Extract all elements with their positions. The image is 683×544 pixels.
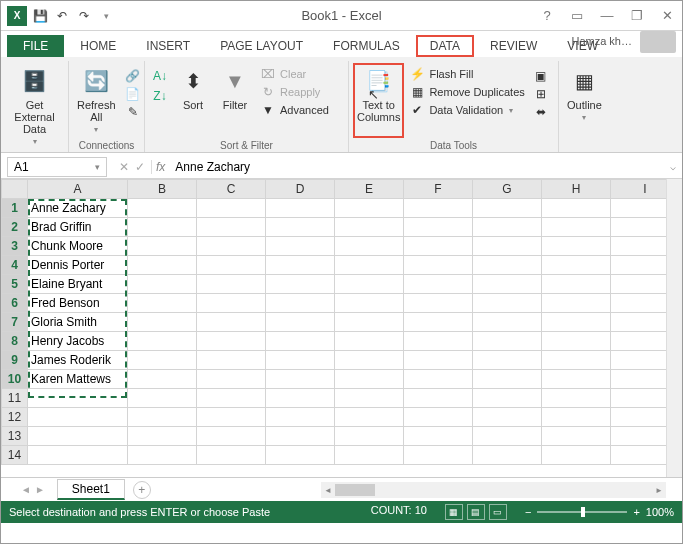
avatar[interactable] bbox=[640, 31, 676, 53]
cell-A3[interactable]: Chunk Moore bbox=[28, 237, 128, 256]
col-header-D[interactable]: D bbox=[266, 180, 335, 199]
data-validation-button[interactable]: ✔Data Validation▾ bbox=[406, 101, 527, 119]
close-icon[interactable]: ✕ bbox=[656, 8, 678, 23]
cell-F1[interactable] bbox=[404, 199, 473, 218]
connections-icon[interactable]: 🔗 bbox=[122, 67, 144, 85]
help-icon[interactable]: ? bbox=[536, 8, 558, 23]
cell-G14[interactable] bbox=[473, 446, 542, 465]
sheet-tab[interactable]: Sheet1 bbox=[57, 479, 125, 500]
cell-E8[interactable] bbox=[335, 332, 404, 351]
cell-A12[interactable] bbox=[28, 408, 128, 427]
refresh-all-button[interactable]: 🔄Refresh All▾ bbox=[73, 63, 120, 138]
formula-bar[interactable]: Anne Zachary bbox=[169, 158, 664, 176]
cell-E14[interactable] bbox=[335, 446, 404, 465]
cell-D12[interactable] bbox=[266, 408, 335, 427]
cell-F5[interactable] bbox=[404, 275, 473, 294]
cell-E7[interactable] bbox=[335, 313, 404, 332]
cell-H8[interactable] bbox=[542, 332, 611, 351]
tab-review[interactable]: REVIEW bbox=[476, 35, 551, 57]
cell-A11[interactable] bbox=[28, 389, 128, 408]
cell-E10[interactable] bbox=[335, 370, 404, 389]
undo-icon[interactable]: ↶ bbox=[53, 7, 71, 25]
cell-E4[interactable] bbox=[335, 256, 404, 275]
cell-F2[interactable] bbox=[404, 218, 473, 237]
row-header-1[interactable]: 1 bbox=[2, 199, 28, 218]
cell-B12[interactable] bbox=[128, 408, 197, 427]
cell-B10[interactable] bbox=[128, 370, 197, 389]
page-layout-button[interactable]: ▤ bbox=[467, 504, 485, 520]
cell-F10[interactable] bbox=[404, 370, 473, 389]
cell-D11[interactable] bbox=[266, 389, 335, 408]
row-header-5[interactable]: 5 bbox=[2, 275, 28, 294]
cell-C10[interactable] bbox=[197, 370, 266, 389]
cell-B9[interactable] bbox=[128, 351, 197, 370]
sort-za-button[interactable]: Z↓ bbox=[149, 87, 171, 105]
cell-E11[interactable] bbox=[335, 389, 404, 408]
cell-B3[interactable] bbox=[128, 237, 197, 256]
cell-C4[interactable] bbox=[197, 256, 266, 275]
cell-F4[interactable] bbox=[404, 256, 473, 275]
cell-F8[interactable] bbox=[404, 332, 473, 351]
editlinks-icon[interactable]: ✎ bbox=[122, 103, 144, 121]
cell-F14[interactable] bbox=[404, 446, 473, 465]
tab-file[interactable]: FILE bbox=[7, 35, 64, 57]
page-break-button[interactable]: ▭ bbox=[489, 504, 507, 520]
cell-A9[interactable]: James Roderik bbox=[28, 351, 128, 370]
cell-D1[interactable] bbox=[266, 199, 335, 218]
cell-C13[interactable] bbox=[197, 427, 266, 446]
minimize-icon[interactable]: — bbox=[596, 8, 618, 23]
cell-G11[interactable] bbox=[473, 389, 542, 408]
cell-G9[interactable] bbox=[473, 351, 542, 370]
account-name[interactable]: Hamza kh… bbox=[571, 35, 632, 47]
cell-E5[interactable] bbox=[335, 275, 404, 294]
cell-A6[interactable]: Fred Benson bbox=[28, 294, 128, 313]
filter-button[interactable]: ▼Filter bbox=[215, 63, 255, 138]
cell-F13[interactable] bbox=[404, 427, 473, 446]
cell-C2[interactable] bbox=[197, 218, 266, 237]
row-header-9[interactable]: 9 bbox=[2, 351, 28, 370]
cell-H4[interactable] bbox=[542, 256, 611, 275]
row-header-2[interactable]: 2 bbox=[2, 218, 28, 237]
cell-G12[interactable] bbox=[473, 408, 542, 427]
cell-A4[interactable]: Dennis Porter bbox=[28, 256, 128, 275]
cell-A1[interactable]: Anne Zachary bbox=[28, 199, 128, 218]
relations-icon[interactable]: ⬌ bbox=[530, 103, 552, 121]
tab-data[interactable]: DATA bbox=[416, 35, 474, 57]
cell-H9[interactable] bbox=[542, 351, 611, 370]
col-header-A[interactable]: A bbox=[28, 180, 128, 199]
cell-D13[interactable] bbox=[266, 427, 335, 446]
cell-G10[interactable] bbox=[473, 370, 542, 389]
tab-insert[interactable]: INSERT bbox=[132, 35, 204, 57]
sheet-nav[interactable]: ◄► bbox=[21, 484, 57, 495]
advanced-button[interactable]: ▼Advanced bbox=[257, 101, 332, 119]
cell-C3[interactable] bbox=[197, 237, 266, 256]
cell-A2[interactable]: Brad Griffin bbox=[28, 218, 128, 237]
cell-C11[interactable] bbox=[197, 389, 266, 408]
cell-B7[interactable] bbox=[128, 313, 197, 332]
name-box[interactable]: A1 bbox=[7, 157, 107, 177]
zoom-control[interactable]: − + 100% bbox=[525, 504, 674, 520]
cell-H5[interactable] bbox=[542, 275, 611, 294]
new-sheet-button[interactable]: + bbox=[133, 481, 151, 499]
cell-F6[interactable] bbox=[404, 294, 473, 313]
reapply-button[interactable]: ↻Reapply bbox=[257, 83, 332, 101]
cell-B14[interactable] bbox=[128, 446, 197, 465]
cell-G4[interactable] bbox=[473, 256, 542, 275]
zoom-slider[interactable] bbox=[537, 511, 627, 513]
cell-G6[interactable] bbox=[473, 294, 542, 313]
cell-C8[interactable] bbox=[197, 332, 266, 351]
cell-B6[interactable] bbox=[128, 294, 197, 313]
cell-H2[interactable] bbox=[542, 218, 611, 237]
enter-formula-icon[interactable]: ✓ bbox=[135, 160, 145, 174]
zoom-out-icon[interactable]: − bbox=[525, 506, 531, 518]
cell-B8[interactable] bbox=[128, 332, 197, 351]
cell-G3[interactable] bbox=[473, 237, 542, 256]
fx-icon[interactable]: fx bbox=[151, 160, 169, 174]
row-header-10[interactable]: 10 bbox=[2, 370, 28, 389]
clear-button[interactable]: ⌧Clear bbox=[257, 65, 332, 83]
cell-G1[interactable] bbox=[473, 199, 542, 218]
cell-A14[interactable] bbox=[28, 446, 128, 465]
sort-az-button[interactable]: A↓ bbox=[149, 67, 171, 85]
spreadsheet-grid[interactable]: ABCDEFGHI1Anne Zachary2Brad Griffin3Chun… bbox=[1, 179, 682, 477]
normal-view-button[interactable]: ▦ bbox=[445, 504, 463, 520]
